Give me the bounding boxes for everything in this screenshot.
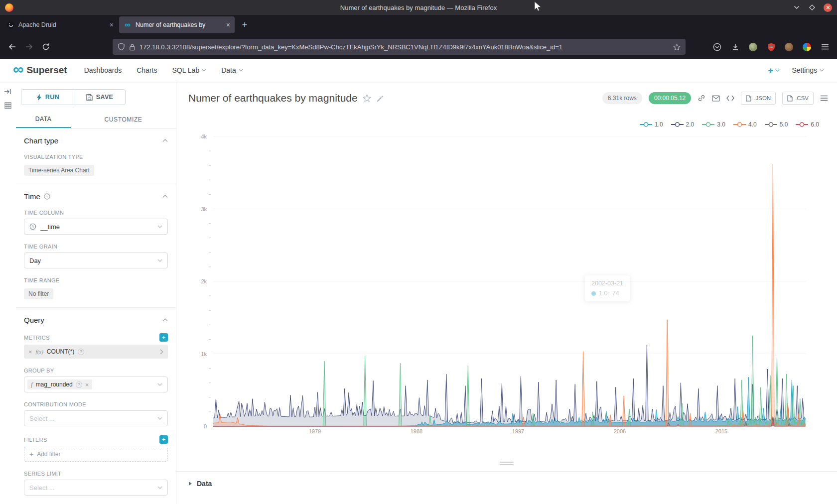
- chevron-up-icon[interactable]: [162, 318, 168, 322]
- nav-item-sql-lab[interactable]: SQL Lab: [172, 66, 206, 74]
- legend-item-3.0[interactable]: 3.0: [702, 121, 725, 128]
- datasource-strip: [0, 82, 16, 504]
- time-grain-select[interactable]: Day: [24, 252, 168, 268]
- run-label: RUN: [45, 94, 59, 101]
- legend-marker-icon: [733, 122, 746, 127]
- add-filter-button[interactable]: + Add filter: [24, 447, 168, 462]
- add-new-button[interactable]: +: [768, 66, 780, 75]
- window-minimize-button[interactable]: [793, 3, 801, 11]
- chart-legend: 1.02.03.04.05.06.0: [640, 121, 819, 128]
- dataset-grid-icon[interactable]: [4, 102, 11, 109]
- edit-title-icon[interactable]: [376, 95, 384, 102]
- caret-right-icon[interactable]: [160, 349, 163, 355]
- email-report-icon[interactable]: [712, 95, 720, 102]
- permalink-icon[interactable]: [698, 94, 705, 102]
- ublock-origin-icon[interactable]: [763, 39, 779, 55]
- browser-tab-superset-explore[interactable]: ∞ Numer of earthquakes by ×: [119, 16, 235, 33]
- tab-close-icon[interactable]: ×: [110, 21, 114, 28]
- window-titlebar: Numer of earthquakes by magnitude — Mozi…: [0, 0, 837, 15]
- tab-label: Apache Druid: [18, 21, 106, 28]
- metric-chip[interactable]: × f(x) COUNT(*) ?: [24, 345, 168, 359]
- legend-item-5.0[interactable]: 5.0: [765, 121, 788, 128]
- resize-handle[interactable]: [500, 462, 514, 465]
- chevron-down-icon: [202, 69, 206, 72]
- tab-label: CUSTOMIZE: [105, 116, 142, 123]
- nav-item-dashboards[interactable]: Dashboards: [84, 66, 122, 74]
- chart-menu-icon[interactable]: [820, 95, 828, 101]
- svg-text:2k: 2k: [201, 278, 207, 284]
- settings-menu[interactable]: Settings: [792, 66, 824, 74]
- json-button-label: .JSON: [754, 95, 771, 101]
- url-bar[interactable]: 172.18.0.3:32108/superset/explore/?form_…: [113, 39, 686, 55]
- chevron-down-icon: [820, 69, 824, 72]
- legend-marker-icon: [671, 122, 684, 127]
- chevron-down-icon: [239, 69, 243, 72]
- browser-tab-apache-druid[interactable]: Apache Druid ×: [2, 16, 118, 33]
- forward-button[interactable]: [21, 39, 37, 55]
- svg-text:0: 0: [204, 423, 207, 429]
- legend-item-4.0[interactable]: 4.0: [733, 121, 757, 128]
- nav-label: SQL Lab: [172, 66, 199, 74]
- tab-data[interactable]: DATA: [16, 111, 71, 128]
- legend-item-1.0[interactable]: 1.0: [640, 121, 663, 128]
- tab-label: Numer of earthquakes by: [136, 21, 222, 28]
- section-chart-type: Chart type VISUALIZATION TYPE Time-serie…: [16, 128, 176, 184]
- brand-name[interactable]: Superset: [26, 65, 67, 76]
- collapse-panel-icon[interactable]: [4, 88, 12, 95]
- superset-logo-icon[interactable]: ∞: [13, 62, 23, 77]
- legend-marker-icon: [640, 122, 652, 127]
- favorite-star-icon[interactable]: [363, 94, 371, 102]
- reload-button[interactable]: [38, 39, 54, 55]
- group-by-chip[interactable]: f mag_rounded ? ×: [27, 379, 92, 389]
- tab-label: DATA: [35, 116, 52, 123]
- menu-icon[interactable]: [817, 39, 833, 55]
- window-maximize-button[interactable]: [808, 3, 816, 11]
- superset-favicon: ∞: [124, 21, 132, 29]
- extension-icon-1[interactable]: [745, 39, 761, 55]
- time-column-select[interactable]: __time: [24, 219, 168, 235]
- add-filter-plus-button[interactable]: +: [159, 435, 168, 444]
- embed-code-icon[interactable]: [726, 95, 734, 101]
- download-csv-button[interactable]: .CSV: [782, 92, 814, 105]
- chevron-up-icon[interactable]: [162, 195, 168, 198]
- window-close-button[interactable]: [824, 3, 832, 12]
- tab-close-icon[interactable]: ×: [226, 21, 230, 28]
- add-metric-button[interactable]: +: [159, 333, 168, 342]
- run-button[interactable]: RUN: [21, 90, 75, 105]
- profile-avatar-icon[interactable]: [781, 39, 797, 55]
- select-placeholder: Select ...: [29, 415, 55, 422]
- bookmark-star-icon[interactable]: [673, 43, 681, 51]
- nav-item-charts[interactable]: Charts: [137, 66, 157, 74]
- downloads-icon[interactable]: [727, 39, 743, 55]
- timeseries-area-chart[interactable]: 01k2k3k4k19791988199720062015: [196, 132, 837, 446]
- download-json-button[interactable]: .JSON: [741, 92, 776, 105]
- remove-group-by-icon[interactable]: ×: [85, 381, 89, 388]
- chevron-up-icon[interactable]: [162, 139, 168, 142]
- tab-customize[interactable]: CUSTOMIZE: [71, 111, 176, 128]
- lightning-icon: [37, 94, 42, 101]
- save-button[interactable]: SAVE: [75, 90, 124, 105]
- data-results-panel[interactable]: Data: [176, 471, 837, 495]
- legend-item-6.0[interactable]: 6.0: [796, 121, 819, 128]
- series-limit-select[interactable]: Select ...: [24, 480, 168, 496]
- new-tab-button[interactable]: +: [237, 17, 252, 32]
- legend-item-2.0[interactable]: 2.0: [671, 121, 695, 128]
- svg-text:1979: 1979: [309, 428, 321, 434]
- legend-label: 6.0: [811, 121, 819, 128]
- shield-icon: [118, 43, 125, 51]
- back-button[interactable]: [4, 39, 20, 55]
- time-range-value[interactable]: No filter: [24, 288, 53, 299]
- remove-metric-icon[interactable]: ×: [28, 349, 32, 355]
- nav-label: Dashboards: [84, 66, 122, 74]
- section-title: Time: [24, 192, 40, 201]
- extension-icon-2[interactable]: [799, 39, 815, 55]
- nav-item-data[interactable]: Data: [221, 66, 243, 74]
- select-placeholder: Select ...: [29, 484, 55, 492]
- pocket-icon[interactable]: [709, 39, 725, 55]
- viz-type-value[interactable]: Time-series Area Chart: [24, 165, 94, 176]
- superset-header: ∞ Superset Dashboards Charts SQL Lab Dat…: [0, 59, 837, 82]
- legend-label: 3.0: [717, 121, 725, 128]
- group-by-select[interactable]: f mag_rounded ? ×: [24, 377, 168, 392]
- file-icon: [746, 95, 751, 102]
- contribution-mode-select[interactable]: Select ...: [24, 410, 168, 426]
